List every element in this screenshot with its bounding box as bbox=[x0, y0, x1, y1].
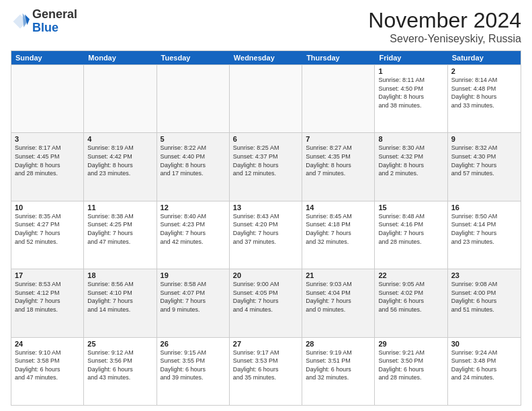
calendar-cell: 24Sunrise: 9:10 AM Sunset: 3:58 PM Dayli… bbox=[11, 338, 84, 405]
calendar-row-3: 17Sunrise: 8:53 AM Sunset: 4:12 PM Dayli… bbox=[11, 269, 521, 336]
calendar-cell: 7Sunrise: 8:27 AM Sunset: 4:35 PM Daylig… bbox=[302, 133, 375, 200]
day-number: 13 bbox=[233, 203, 298, 212]
day-number: 5 bbox=[161, 135, 226, 143]
calendar-cell: 5Sunrise: 8:22 AM Sunset: 4:40 PM Daylig… bbox=[157, 133, 230, 200]
calendar-cell: 2Sunrise: 8:14 AM Sunset: 4:48 PM Daylig… bbox=[448, 65, 521, 132]
day-number: 6 bbox=[233, 135, 298, 143]
calendar-cell: 9Sunrise: 8:32 AM Sunset: 4:30 PM Daylig… bbox=[448, 133, 521, 200]
calendar-cell: 13Sunrise: 8:43 AM Sunset: 4:20 PM Dayli… bbox=[230, 201, 302, 269]
day-number: 10 bbox=[15, 203, 80, 212]
weekday-header-tuesday: Tuesday bbox=[157, 51, 230, 64]
day-number: 23 bbox=[451, 271, 517, 279]
day-info: Sunrise: 8:50 AM Sunset: 4:14 PM Dayligh… bbox=[451, 212, 517, 246]
calendar-cell bbox=[230, 65, 302, 132]
weekday-header-saturday: Saturday bbox=[448, 51, 521, 64]
calendar-row-1: 3Sunrise: 8:17 AM Sunset: 4:45 PM Daylig… bbox=[11, 132, 521, 200]
calendar-cell: 21Sunrise: 9:03 AM Sunset: 4:04 PM Dayli… bbox=[302, 269, 375, 336]
day-number: 17 bbox=[15, 271, 80, 279]
calendar-cell: 19Sunrise: 8:58 AM Sunset: 4:07 PM Dayli… bbox=[157, 269, 230, 336]
day-number: 16 bbox=[451, 203, 517, 212]
day-number: 7 bbox=[306, 135, 371, 143]
day-number: 24 bbox=[15, 340, 80, 348]
day-number: 2 bbox=[451, 67, 517, 75]
day-info: Sunrise: 9:24 AM Sunset: 3:48 PM Dayligh… bbox=[451, 349, 517, 382]
day-info: Sunrise: 8:53 AM Sunset: 4:12 PM Dayligh… bbox=[15, 280, 80, 314]
calendar-cell: 15Sunrise: 8:48 AM Sunset: 4:16 PM Dayli… bbox=[375, 201, 447, 269]
day-info: Sunrise: 9:08 AM Sunset: 4:00 PM Dayligh… bbox=[451, 280, 517, 314]
day-info: Sunrise: 9:15 AM Sunset: 3:55 PM Dayligh… bbox=[161, 349, 226, 382]
day-info: Sunrise: 8:38 AM Sunset: 4:25 PM Dayligh… bbox=[87, 212, 152, 246]
header: General Blue November 2024 Severo-Yenise… bbox=[11, 8, 521, 45]
logo-text: General Blue bbox=[32, 8, 77, 35]
day-info: Sunrise: 8:22 AM Sunset: 4:40 PM Dayligh… bbox=[161, 144, 226, 177]
day-info: Sunrise: 9:00 AM Sunset: 4:05 PM Dayligh… bbox=[233, 280, 298, 314]
day-info: Sunrise: 9:17 AM Sunset: 3:53 PM Dayligh… bbox=[233, 349, 298, 382]
calendar-body: 1Sunrise: 8:11 AM Sunset: 4:50 PM Daylig… bbox=[11, 64, 521, 405]
calendar-cell: 3Sunrise: 8:17 AM Sunset: 4:45 PM Daylig… bbox=[11, 133, 84, 200]
day-number: 9 bbox=[451, 135, 517, 143]
calendar-cell: 20Sunrise: 9:00 AM Sunset: 4:05 PM Dayli… bbox=[230, 269, 302, 336]
calendar-cell: 1Sunrise: 8:11 AM Sunset: 4:50 PM Daylig… bbox=[375, 65, 447, 132]
logo-icon bbox=[11, 12, 30, 31]
day-info: Sunrise: 8:40 AM Sunset: 4:23 PM Dayligh… bbox=[161, 212, 226, 246]
calendar-cell: 4Sunrise: 8:19 AM Sunset: 4:42 PM Daylig… bbox=[84, 133, 157, 200]
calendar-cell: 23Sunrise: 9:08 AM Sunset: 4:00 PM Dayli… bbox=[448, 269, 521, 336]
day-info: Sunrise: 9:10 AM Sunset: 3:58 PM Dayligh… bbox=[15, 349, 80, 382]
calendar-cell bbox=[302, 65, 375, 132]
calendar-cell: 12Sunrise: 8:40 AM Sunset: 4:23 PM Dayli… bbox=[157, 201, 230, 269]
day-number: 28 bbox=[306, 340, 371, 348]
day-number: 30 bbox=[451, 340, 517, 348]
calendar-row-4: 24Sunrise: 9:10 AM Sunset: 3:58 PM Dayli… bbox=[11, 337, 521, 405]
calendar-cell: 22Sunrise: 9:05 AM Sunset: 4:02 PM Dayli… bbox=[375, 269, 447, 336]
day-number: 25 bbox=[87, 340, 152, 348]
weekday-header-wednesday: Wednesday bbox=[230, 51, 302, 64]
day-number: 3 bbox=[15, 135, 80, 143]
day-number: 19 bbox=[161, 271, 226, 279]
day-number: 26 bbox=[161, 340, 226, 348]
day-info: Sunrise: 8:58 AM Sunset: 4:07 PM Dayligh… bbox=[161, 280, 226, 314]
day-number: 20 bbox=[233, 271, 298, 279]
day-info: Sunrise: 9:12 AM Sunset: 3:56 PM Dayligh… bbox=[87, 349, 152, 382]
day-info: Sunrise: 8:32 AM Sunset: 4:30 PM Dayligh… bbox=[451, 144, 517, 177]
day-info: Sunrise: 8:45 AM Sunset: 4:18 PM Dayligh… bbox=[306, 212, 371, 246]
day-number: 22 bbox=[378, 271, 443, 279]
month-title: November 2024 bbox=[368, 8, 521, 33]
day-info: Sunrise: 8:11 AM Sunset: 4:50 PM Dayligh… bbox=[378, 76, 443, 109]
day-info: Sunrise: 8:43 AM Sunset: 4:20 PM Dayligh… bbox=[233, 212, 298, 246]
day-number: 18 bbox=[87, 271, 152, 279]
day-info: Sunrise: 8:14 AM Sunset: 4:48 PM Dayligh… bbox=[451, 76, 517, 109]
calendar-cell: 29Sunrise: 9:21 AM Sunset: 3:50 PM Dayli… bbox=[375, 338, 447, 405]
calendar-cell bbox=[84, 65, 157, 132]
day-info: Sunrise: 8:48 AM Sunset: 4:16 PM Dayligh… bbox=[378, 212, 443, 246]
calendar-cell: 25Sunrise: 9:12 AM Sunset: 3:56 PM Dayli… bbox=[84, 338, 157, 405]
weekday-header-thursday: Thursday bbox=[302, 51, 375, 64]
day-number: 21 bbox=[306, 271, 371, 279]
day-info: Sunrise: 8:17 AM Sunset: 4:45 PM Dayligh… bbox=[15, 144, 80, 177]
calendar-cell: 28Sunrise: 9:19 AM Sunset: 3:51 PM Dayli… bbox=[302, 338, 375, 405]
day-info: Sunrise: 8:19 AM Sunset: 4:42 PM Dayligh… bbox=[87, 144, 152, 177]
calendar-cell bbox=[157, 65, 230, 132]
weekday-header-friday: Friday bbox=[375, 51, 447, 64]
calendar-cell: 11Sunrise: 8:38 AM Sunset: 4:25 PM Dayli… bbox=[84, 201, 157, 269]
page: General Blue November 2024 Severo-Yenise… bbox=[0, 0, 532, 411]
calendar-cell: 17Sunrise: 8:53 AM Sunset: 4:12 PM Dayli… bbox=[11, 269, 84, 336]
title-block: November 2024 Severo-Yeniseyskiy, Russia bbox=[368, 8, 521, 45]
day-number: 15 bbox=[378, 203, 443, 212]
logo-general: General bbox=[32, 7, 77, 21]
calendar-row-0: 1Sunrise: 8:11 AM Sunset: 4:50 PM Daylig… bbox=[11, 64, 521, 132]
day-number: 27 bbox=[233, 340, 298, 348]
calendar-cell: 18Sunrise: 8:56 AM Sunset: 4:10 PM Dayli… bbox=[84, 269, 157, 336]
day-info: Sunrise: 8:56 AM Sunset: 4:10 PM Dayligh… bbox=[87, 280, 152, 314]
calendar-cell: 26Sunrise: 9:15 AM Sunset: 3:55 PM Dayli… bbox=[157, 338, 230, 405]
day-number: 4 bbox=[87, 135, 152, 143]
day-number: 29 bbox=[378, 340, 443, 348]
day-info: Sunrise: 8:25 AM Sunset: 4:37 PM Dayligh… bbox=[233, 144, 298, 177]
calendar-cell: 10Sunrise: 8:35 AM Sunset: 4:27 PM Dayli… bbox=[11, 201, 84, 269]
day-number: 8 bbox=[378, 135, 443, 143]
calendar-cell: 8Sunrise: 8:30 AM Sunset: 4:32 PM Daylig… bbox=[375, 133, 447, 200]
calendar-cell bbox=[11, 65, 84, 132]
calendar-header: SundayMondayTuesdayWednesdayThursdayFrid… bbox=[11, 51, 521, 64]
logo-blue: Blue bbox=[32, 21, 58, 34]
weekday-header-monday: Monday bbox=[84, 51, 157, 64]
calendar-cell: 14Sunrise: 8:45 AM Sunset: 4:18 PM Dayli… bbox=[302, 201, 375, 269]
